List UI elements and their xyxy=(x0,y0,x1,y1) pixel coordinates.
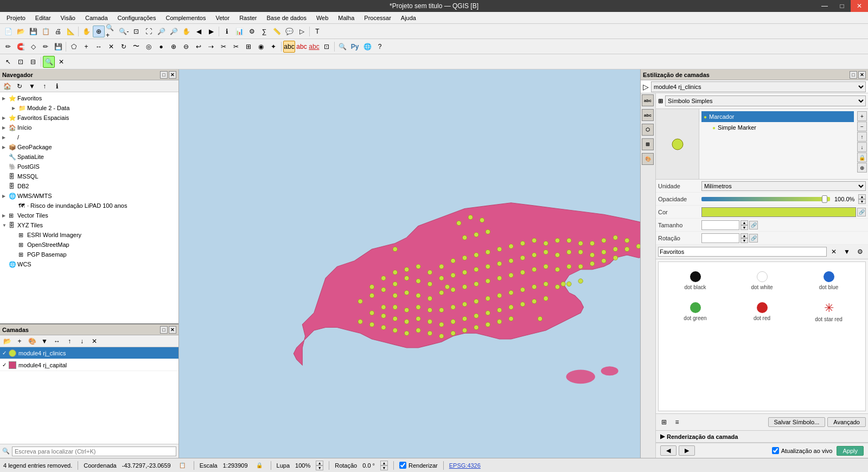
identify-btn[interactable]: ℹ xyxy=(221,25,233,37)
vertex-editor-btn[interactable]: ✦ xyxy=(267,41,279,53)
edit-nodes-btn[interactable]: ◇ xyxy=(27,41,39,53)
sym-picker-clear-btn[interactable]: ✕ xyxy=(828,246,840,258)
sym-down-btn[interactable]: ↓ xyxy=(857,142,867,152)
statistics-btn[interactable]: ∑ xyxy=(258,25,270,37)
layer-remove-btn[interactable]: ✕ xyxy=(88,335,100,347)
plugin-btn[interactable]: 🌐 xyxy=(361,41,373,53)
rotation-input[interactable]: 0.00 ° xyxy=(701,233,739,243)
sym-cell-dot-white[interactable]: dot white xyxy=(730,266,794,295)
open-calculator-btn[interactable]: ⚙ xyxy=(246,25,258,37)
layer-item-capital[interactable]: ✓ module4 rj_capital xyxy=(0,359,178,371)
rot-down-btn[interactable]: ▼ xyxy=(380,465,388,470)
layers-pin-btn[interactable]: □ xyxy=(160,326,168,334)
layers-close-btn[interactable]: ✕ xyxy=(169,326,176,334)
print-btn[interactable]: 🖨 xyxy=(52,25,64,37)
render-checkbox[interactable] xyxy=(399,462,406,469)
locator-btn[interactable]: 🔍 xyxy=(336,41,348,53)
pan-hand-btn[interactable]: ✋ xyxy=(180,25,192,37)
layer-expand-btn[interactable]: ↔ xyxy=(51,335,63,347)
zoom-out-btn[interactable]: 🔍- xyxy=(118,25,130,37)
nav-postgis[interactable]: 🐘 PostGIS xyxy=(1,162,177,171)
zoom-layer-btn[interactable]: 🔎 xyxy=(155,25,167,37)
move-feature-btn[interactable]: ↔ xyxy=(93,41,105,53)
nav-favoritos[interactable]: ▶ ⭐ Favoritos xyxy=(1,93,177,103)
menu-configuracoes[interactable]: Configurações xyxy=(113,14,161,22)
nav-vector-tiles[interactable]: ▶ ⊞ Vector Tiles xyxy=(1,211,177,220)
save-symbol-btn[interactable]: Salvar Símbolo... xyxy=(768,417,826,427)
node-tool-btn[interactable]: ◉ xyxy=(255,41,267,53)
delete-ring-btn[interactable]: ⊖ xyxy=(180,41,192,53)
nav-home-btn[interactable]: 🏠 xyxy=(1,80,13,92)
coord-copy-btn[interactable]: 📋 xyxy=(176,460,188,471)
new-project-btn[interactable]: 📄 xyxy=(2,25,14,37)
sym-tree-marker[interactable]: ● Marcador xyxy=(701,111,854,122)
menu-raster[interactable]: Raster xyxy=(235,14,261,22)
styling-close-btn[interactable]: ✕ xyxy=(858,71,866,79)
size-up-btn[interactable]: ▲ xyxy=(741,220,748,225)
nav-close-btn[interactable]: ✕ xyxy=(169,71,176,79)
map-tips-btn[interactable]: 💬 xyxy=(283,25,295,37)
snap-btn[interactable]: 🧲 xyxy=(15,41,27,53)
live-update-checkbox[interactable] xyxy=(772,447,779,454)
label-tool2-btn[interactable]: abc xyxy=(296,41,308,53)
apply-btn[interactable]: Apply xyxy=(837,446,864,456)
attribute-table-btn[interactable]: 📊 xyxy=(233,25,245,37)
save-edits-btn[interactable]: 💾 xyxy=(52,41,64,53)
toggle-edit-btn[interactable]: ✏ xyxy=(40,41,52,53)
side-icon-paint[interactable]: 🎨 xyxy=(642,153,654,165)
nav-pgp[interactable]: ⊞ PGP Basemap xyxy=(1,250,177,259)
deselect-btn[interactable]: ✕ xyxy=(55,56,67,68)
prop-color-link-btn[interactable]: 🔗 xyxy=(857,208,866,216)
size-down-btn[interactable]: ▼ xyxy=(741,225,748,230)
add-part-btn[interactable]: ⊕ xyxy=(168,41,180,53)
menu-camada[interactable]: Camada xyxy=(81,14,112,22)
advanced-btn[interactable]: Avançado xyxy=(827,417,866,427)
nav-wms[interactable]: ▶ 🌐 WMS/WMTS xyxy=(1,191,177,201)
sym-cell-dot-green[interactable]: dot green xyxy=(663,297,727,327)
split-features-btn[interactable]: ✂ xyxy=(218,41,229,53)
merge-features-btn[interactable]: ⊞ xyxy=(242,41,254,53)
nav-pin-btn[interactable]: □ xyxy=(160,71,168,79)
nav-filter-btn[interactable]: ▼ xyxy=(26,80,38,92)
simplify-btn[interactable]: 〜 xyxy=(130,41,142,53)
side-icon-grid[interactable]: ⊞ xyxy=(642,138,654,150)
layer-check-capital[interactable]: ✓ xyxy=(2,362,7,368)
sym-cell-dot-black[interactable]: dot black xyxy=(663,266,727,295)
sym-lock-btn[interactable]: 🔒 xyxy=(857,152,867,162)
opacity-up-btn[interactable]: ▲ xyxy=(858,194,866,199)
layer-open-btn[interactable]: 📂 xyxy=(1,335,13,347)
sym-list-view-btn[interactable]: ≡ xyxy=(671,416,683,428)
rotation-down-btn[interactable]: ▼ xyxy=(741,238,748,243)
layer-filter-btn[interactable]: ▼ xyxy=(39,335,50,347)
nav-geopackage[interactable]: ▶ 📦 GeoPackage xyxy=(1,142,177,152)
sym-picker-search[interactable]: Favoritos xyxy=(658,247,827,257)
fill-ring-btn[interactable]: ● xyxy=(155,41,167,53)
select-feature-btn[interactable]: ↖ xyxy=(2,56,14,68)
select-btn[interactable]: ⊕ xyxy=(93,25,105,37)
layer-up-btn[interactable]: ↑ xyxy=(63,335,75,347)
nav-info-btn[interactable]: ℹ xyxy=(51,80,63,92)
zoom-selection-btn[interactable]: 🔎 xyxy=(168,25,180,37)
offset-curve-btn[interactable]: ⇢ xyxy=(205,41,217,53)
nav-refresh-btn[interactable]: ↻ xyxy=(14,80,25,92)
nav-mssql[interactable]: 🗄 MSSQL xyxy=(1,171,177,181)
save-project-btn[interactable]: 💾 xyxy=(27,25,39,37)
sym-cell-star-red[interactable]: ✳ dot star red xyxy=(796,297,861,327)
size-input[interactable]: 2.00000 xyxy=(701,220,739,230)
minimize-button[interactable]: — xyxy=(816,0,833,12)
measure-btn[interactable]: 📏 xyxy=(271,25,283,37)
sym-add-btn[interactable]: + xyxy=(857,111,867,121)
zoom-rubber-band-btn[interactable]: ⊡ xyxy=(130,25,142,37)
opacity-track[interactable] xyxy=(701,197,830,201)
digitize-polygon-btn[interactable]: ⬠ xyxy=(68,41,80,53)
menu-vetor[interactable]: Vetor xyxy=(211,14,234,22)
sym-tree-simple[interactable]: ● Simple Marker xyxy=(701,122,854,133)
sym-picker-dropdown-btn[interactable]: ▼ xyxy=(841,246,853,258)
menu-base-dados[interactable]: Base de dados xyxy=(263,14,311,22)
rotate-feature-btn[interactable]: ↻ xyxy=(118,41,130,53)
select-layer-btn[interactable]: ⊟ xyxy=(27,56,39,68)
add-feature-btn[interactable]: + xyxy=(80,41,92,53)
split-parts-btn[interactable]: ✂ xyxy=(230,41,242,53)
select-rect-btn[interactable]: ⊡ xyxy=(15,56,27,68)
nav-risco[interactable]: 🗺 · Risco de inundação LiPAD 100 anos xyxy=(1,201,177,211)
